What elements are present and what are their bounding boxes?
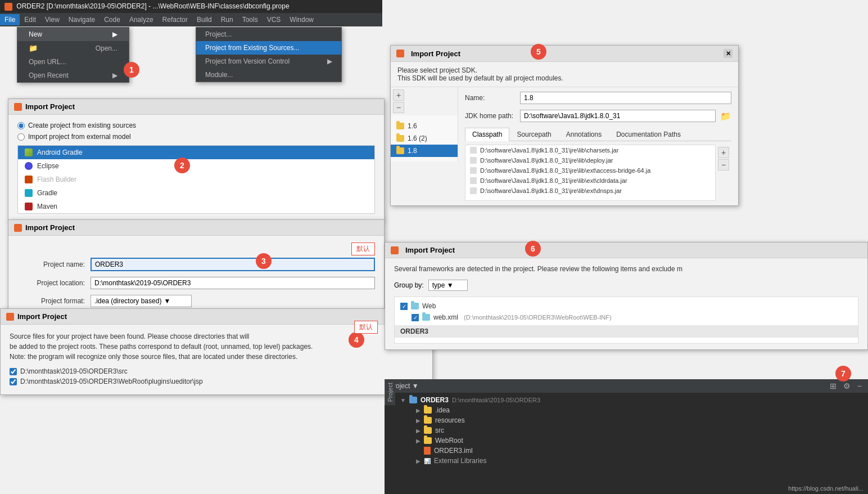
project-name-input[interactable] xyxy=(91,258,375,271)
source-radio-group: Create project from existing sources Imp… xyxy=(17,122,375,141)
menu-open-recent[interactable]: Open Recent ▶ xyxy=(17,69,129,82)
path-check-2[interactable] xyxy=(10,378,17,385)
sdk-dialog: Import Project ✕ Please select project S… xyxy=(390,45,739,206)
sdk-jdk-label: JDK home path: xyxy=(465,112,516,120)
menu-file[interactable]: File xyxy=(0,14,20,25)
pt-ext-chart-icon: 📊 xyxy=(424,458,431,464)
sdk-close-button[interactable]: ✕ xyxy=(724,49,733,58)
sdk-dialog-title: Import Project xyxy=(411,50,460,58)
sdk-browse-icon[interactable]: 📁 xyxy=(720,111,731,122)
model-list: Android Gradle Eclipse Flash Builder Gra… xyxy=(17,145,375,214)
model-flash-label: Flash Builder xyxy=(37,176,76,183)
sdk-file-list: D:\software\Java1.8\jdk1.8.0_31\jre\lib\… xyxy=(465,145,716,201)
step-badge-7: 7 xyxy=(835,366,851,381)
menu-refactor[interactable]: Refactor xyxy=(158,14,192,25)
menu-new[interactable]: New ▶ xyxy=(17,28,129,41)
dialog2-title-bar: Import Project xyxy=(8,220,384,236)
menu-open-url[interactable]: Open URL... xyxy=(17,55,129,69)
path-label-2: D:\monthtask\2019-05\ORDER3\WebRoot\plug… xyxy=(20,378,203,385)
fw-webxml-checkbox[interactable]: ✓ xyxy=(412,314,419,321)
pt-idea-item[interactable]: ▶ .idea xyxy=(396,405,868,415)
project-toolbar: Project ▼ ⊞ ⚙ − xyxy=(385,379,868,393)
watermark: https://blog.csdn.net/huali... xyxy=(788,485,864,492)
sdk-version-162[interactable]: 1.6 (2) xyxy=(391,132,458,145)
sdk-file-remove-button[interactable]: − xyxy=(718,159,729,170)
fw-tree: ✓ Web ✓ web.xml (D:\monthtask\2019-05\OR… xyxy=(394,297,858,344)
model-eclipse[interactable]: Eclipse xyxy=(18,159,374,173)
tab-annotations[interactable]: Annotations xyxy=(559,128,609,141)
tab-sourcepath[interactable]: Sourcepath xyxy=(509,128,558,141)
sdk-jdk-input[interactable] xyxy=(520,110,716,122)
tab-documentation-paths[interactable]: Documentation Paths xyxy=(609,128,688,141)
sdk-title-bar: Import Project ✕ xyxy=(391,46,738,62)
toolbar-minimize-button[interactable]: − xyxy=(856,381,864,391)
path-check-1[interactable] xyxy=(10,368,17,375)
project-sidebar-tab[interactable]: Project xyxy=(385,379,395,405)
sdk-file-1: D:\software\Java1.8\jdk1.8.0_31\jre\lib\… xyxy=(465,145,715,155)
pt-iml-item[interactable]: ORDER3.iml xyxy=(396,446,868,456)
default-label-2: 默认 xyxy=(354,321,378,334)
menu-open[interactable]: 📁 Open... xyxy=(17,41,129,55)
sdk-file-add-button[interactable]: + xyxy=(718,147,729,158)
sdk-name-input[interactable] xyxy=(520,92,731,104)
model-flash[interactable]: Flash Builder xyxy=(18,173,374,186)
fw-groupby-select[interactable]: type ▼ xyxy=(428,280,468,291)
fw-title-bar: Import Project xyxy=(385,242,867,258)
menu-view[interactable]: View xyxy=(40,14,64,25)
submenu-project-vcs[interactable]: Project from Version Control ▶ xyxy=(196,55,341,68)
menu-navigate[interactable]: Navigate xyxy=(64,14,100,25)
model-eclipse-label: Eclipse xyxy=(37,162,59,170)
dialog2-title: Import Project xyxy=(25,223,75,232)
model-android[interactable]: Android Gradle xyxy=(18,146,374,159)
pt-root-item[interactable]: ▼ ORDER3 D:\monthtask\2019-05\ORDER3 xyxy=(396,395,868,405)
menu-build[interactable]: Build xyxy=(192,14,216,25)
sdk-tree: 1.6 1.6 (2) 1.8 xyxy=(391,115,458,161)
sdk-right-panel: Name: JDK home path: 📁 Classpath Sourcep… xyxy=(458,87,738,205)
project-format-select[interactable]: .idea (directory based) ▼ xyxy=(91,295,192,307)
pt-ext-libraries[interactable]: ▶ 📊 External Libraries xyxy=(396,456,868,466)
jar-icon-3 xyxy=(470,167,477,174)
sdk-version-18[interactable]: 1.8 xyxy=(391,145,458,157)
pt-root-folder-icon xyxy=(409,397,417,403)
fw-web-checkbox[interactable]: ✓ xyxy=(400,303,408,310)
sdk-file-actions: + − xyxy=(716,145,731,201)
menu-analyze[interactable]: Analyze xyxy=(125,14,158,25)
fw-groupby-row: Group by: type ▼ xyxy=(394,280,858,291)
menu-edit[interactable]: Edit xyxy=(20,14,40,25)
menu-bar: File Edit View Navigate Code Analyze Ref… xyxy=(0,13,382,26)
menu-code[interactable]: Code xyxy=(100,14,125,25)
submenu-project-existing[interactable]: Project from Existing Sources... xyxy=(196,41,341,55)
model-gradle[interactable]: Gradle xyxy=(18,186,374,200)
project-location-label: Project location: xyxy=(17,279,85,287)
toolbar-split-button[interactable]: ⊞ xyxy=(828,381,838,391)
dialog1-icon xyxy=(14,103,22,111)
menu-vcs[interactable]: VCS xyxy=(263,14,286,25)
tab-classpath[interactable]: Classpath xyxy=(465,128,509,141)
model-maven[interactable]: Maven xyxy=(18,200,374,213)
menu-tools[interactable]: Tools xyxy=(238,14,263,25)
radio-existing[interactable]: Create project from existing sources xyxy=(17,122,375,129)
fw-webxml-folder-icon xyxy=(422,314,430,321)
sdk-add-button[interactable]: + xyxy=(393,89,404,101)
pt-src-item[interactable]: ▶ src xyxy=(396,425,868,435)
pt-webroot-item[interactable]: ▶ WebRoot xyxy=(396,435,868,446)
submenu-project[interactable]: Project... xyxy=(196,28,341,41)
frameworks-dialog: Import Project Several frameworks are de… xyxy=(385,242,868,350)
pt-idea-folder-icon xyxy=(424,407,432,414)
fw-body: Several frameworks are detected in the p… xyxy=(385,258,867,349)
menu-run[interactable]: Run xyxy=(216,14,238,25)
jar-icon-1 xyxy=(470,147,477,154)
toolbar-settings-icon[interactable]: ⚙ xyxy=(842,381,852,391)
pt-resources-item[interactable]: ▶ resources xyxy=(396,415,868,425)
sdk-remove-button[interactable]: − xyxy=(393,102,404,113)
fw-webxml-item[interactable]: ✓ web.xml (D:\monthtask\2019-05\ORDER3\W… xyxy=(395,312,858,323)
fw-order3-section: ORDER3 xyxy=(395,325,858,338)
submenu-module[interactable]: Module... xyxy=(196,68,341,82)
sdk-version-16[interactable]: 1.6 xyxy=(391,120,458,132)
folder-icon-2 xyxy=(396,135,404,142)
radio-external[interactable]: Import project from external model xyxy=(17,133,375,141)
fw-web-item[interactable]: ✓ Web xyxy=(395,300,858,312)
menu-window[interactable]: Window xyxy=(285,14,318,25)
project-location-input[interactable] xyxy=(91,277,375,289)
dropdown-arrow-icon: ▼ xyxy=(164,297,170,305)
